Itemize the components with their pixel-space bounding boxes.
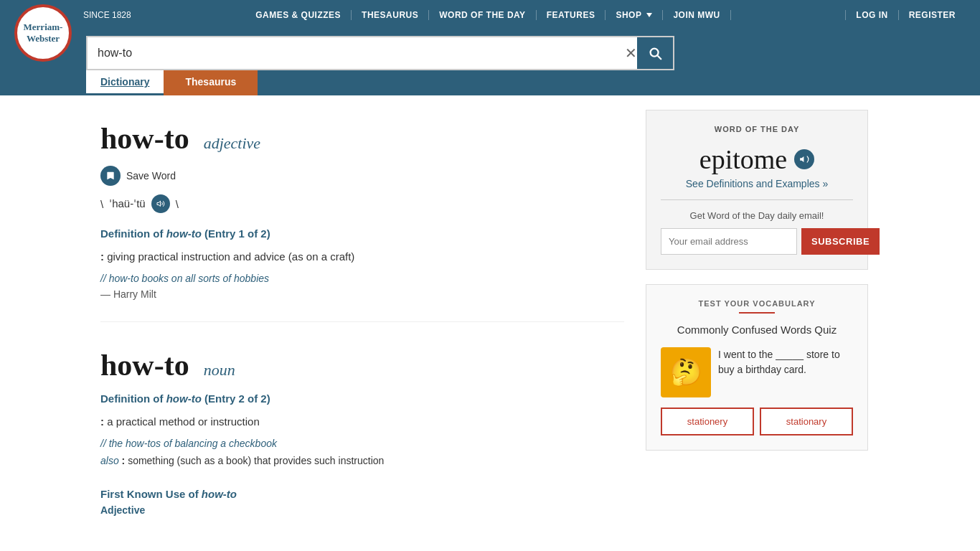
entry-1: how-to adjective Save Word \ ˈhaü-ˈtü <box>100 121 624 300</box>
def-header-1: Definition of how-to (Entry 1 of 2) <box>100 227 624 240</box>
word-heading-1: how-to <box>100 122 189 155</box>
search-clear-button[interactable]: ✕ <box>625 44 637 62</box>
first-known-header: First Known Use of how-to <box>100 488 624 500</box>
wotd-divider <box>661 199 853 200</box>
sidebar: WORD OF THE DAY epitome See Definitions … <box>646 110 868 516</box>
nav-thesaurus[interactable]: THESAURUS <box>352 10 429 20</box>
pronunciation-close: \ <box>176 198 179 210</box>
vocab-quiz-row: 🤔 I went to the _____ store to buy a bir… <box>661 347 853 397</box>
vocab-quiz-title: Commonly Confused Words Quiz <box>661 324 853 336</box>
def-body-1: : giving practical instruction and advic… <box>100 248 624 265</box>
nav-shop[interactable]: SHOP <box>606 10 663 20</box>
vocab-choice-2[interactable]: stationary <box>760 408 853 435</box>
wotd-word-text: epitome <box>699 143 787 175</box>
word-pos-2: noun <box>204 361 235 379</box>
wotd-see-link[interactable]: See Definitions and Examples » <box>661 178 853 189</box>
wotd-card: WORD OF THE DAY epitome See Definitions … <box>646 110 868 270</box>
vocab-choice-1[interactable]: stationery <box>661 408 754 435</box>
nav-wotd[interactable]: WORD OF THE DAY <box>429 10 536 20</box>
subscribe-button[interactable]: SUBSCRIBE <box>801 228 880 255</box>
audio-icon <box>156 199 165 208</box>
example-1: // how-to books on all sorts of hobbies <box>100 273 624 284</box>
word-pos-1: adjective <box>204 134 260 152</box>
wotd-audio-icon <box>799 154 809 164</box>
vocab-divider <box>739 312 775 314</box>
nav-features[interactable]: FEATURES <box>537 10 606 20</box>
search-button[interactable] <box>637 37 673 69</box>
wotd-email-label: Get Word of the Day daily email! <box>661 210 853 221</box>
nav-register[interactable]: REGISTER <box>898 10 966 20</box>
shop-chevron-icon <box>646 13 652 17</box>
also-def: also : something (such as a book) that p… <box>100 455 624 466</box>
example-2: // the how-tos of balancing a checkbook <box>100 438 624 449</box>
vocab-choices: stationery stationary <box>661 408 853 435</box>
logo[interactable]: Merriam- Webster <box>14 4 72 62</box>
bookmark-svg <box>105 171 116 181</box>
wotd-label: WORD OF THE DAY <box>661 125 853 133</box>
vocab-emoji: 🤔 <box>661 347 711 397</box>
save-word-text: Save Word <box>126 170 176 182</box>
entry-2: how-to noun Definition of how-to (Entry … <box>100 321 624 466</box>
attribution-1: — Harry Milt <box>100 288 624 300</box>
audio-button-1[interactable] <box>151 194 170 213</box>
search-wrapper: ✕ <box>86 36 674 70</box>
word-heading-2: how-to <box>100 349 189 382</box>
pronunciation-text: ˈhaü-ˈtü <box>109 197 146 210</box>
wotd-word-area: epitome <box>661 143 853 175</box>
tab-dictionary[interactable]: Dictionary <box>86 70 164 95</box>
search-icon <box>647 45 663 61</box>
since-text: SINCE 1828 <box>83 10 131 20</box>
wotd-email-row: SUBSCRIBE <box>661 228 853 255</box>
bookmark-icon <box>100 166 121 186</box>
pronunciation-open: \ <box>100 198 103 210</box>
wotd-audio-button[interactable] <box>794 149 814 169</box>
vocab-question: I went to the _____ store to buy a birth… <box>718 347 853 377</box>
vocab-card: TEST YOUR VOCABULARY Commonly Confused W… <box>646 284 868 451</box>
first-known-sub: Adjective <box>100 504 624 516</box>
def-header-2: Definition of how-to (Entry 2 of 2) <box>100 392 624 405</box>
wotd-email-input[interactable] <box>661 228 797 255</box>
nav-join[interactable]: JOIN MWU <box>663 10 730 20</box>
tab-thesaurus[interactable]: Thesaurus <box>164 70 258 95</box>
def-body-2: : a practical method or instruction <box>100 413 624 430</box>
pronunciation-1: \ ˈhaü-ˈtü \ <box>100 194 624 213</box>
vocab-label: TEST YOUR VOCABULARY <box>661 299 853 308</box>
nav-login[interactable]: LOG IN <box>845 10 897 20</box>
first-known-section: First Known Use of how-to Adjective <box>100 488 624 516</box>
nav-games[interactable]: GAMES & QUIZZES <box>245 10 352 20</box>
search-input[interactable] <box>88 39 637 67</box>
save-word-button[interactable]: Save Word <box>100 166 624 186</box>
